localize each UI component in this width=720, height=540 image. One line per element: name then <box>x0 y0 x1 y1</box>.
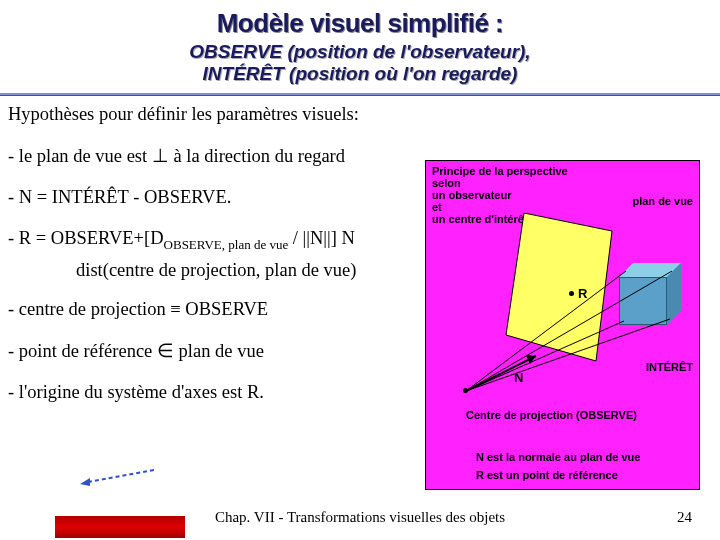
label-note-r: R est un point de référence <box>476 469 618 481</box>
r-suffix: / ||N||] N <box>288 228 355 248</box>
slide-title: Modèle visuel simplifié : <box>0 8 720 39</box>
label-note-n: N est la normale au plan de vue <box>476 451 640 463</box>
bullet-origine: - l'origine du système d'axes est R. <box>6 376 714 417</box>
slide-subtitle: OBSERVE (position de l'observateur), INT… <box>0 41 720 85</box>
content-area: Hypothèses pour définir les paramètres v… <box>0 102 720 418</box>
footer-text: Chap. VII - Transformations visuelles de… <box>0 509 720 526</box>
r-subscript: OBSERVE, plan de vue <box>164 236 289 251</box>
svg-line-0 <box>88 470 154 482</box>
bullet-plan-vue: - le plan de vue est ⊥ à la direction du… <box>6 139 714 181</box>
bullet-point-reference: - point de référence ∈ plan de vue <box>6 334 714 376</box>
r-prefix: - R = OBSERVE+[D <box>8 228 164 248</box>
bullet-centre-projection: - centre de projection ≡ OBSERVE <box>6 293 714 334</box>
subtitle-line1: OBSERVE (position de l'observateur), <box>189 41 530 62</box>
hypotheses-heading: Hypothèses pour définir les paramètres v… <box>6 102 714 139</box>
page-number: 24 <box>677 509 692 526</box>
dist-line: dist(centre de projection, plan de vue) <box>6 260 714 281</box>
svg-marker-1 <box>80 478 90 486</box>
dashed-arrow-icon <box>80 466 165 486</box>
bullet-n-equals: - N = INTÉRÊT - OBSERVE. <box>6 181 714 222</box>
subtitle-line2: INTÉRÊT (position où l'on regarde) <box>203 63 518 84</box>
divider-bottom <box>0 95 720 96</box>
